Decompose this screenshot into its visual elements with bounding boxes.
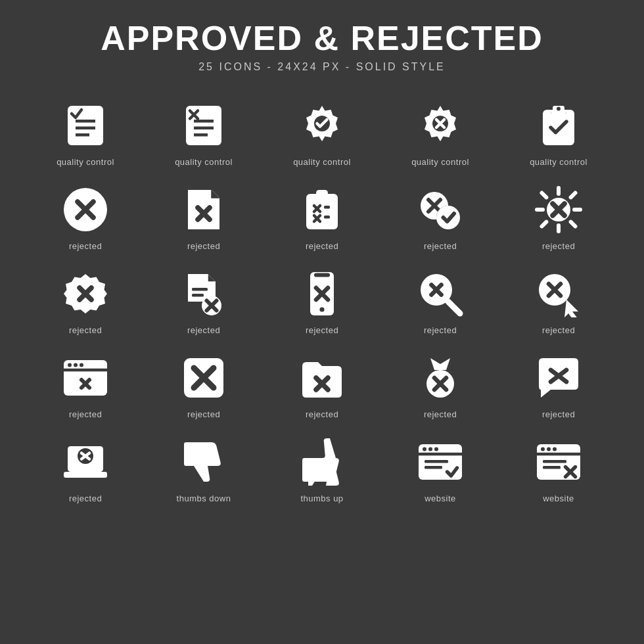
icon-item-rejected-2: rejected xyxy=(145,177,263,254)
icon-label: rejected xyxy=(424,241,457,251)
icon-item-quality-control-2: quality control xyxy=(145,93,263,170)
icon-label: rejected xyxy=(187,325,220,335)
icon-label: quality control xyxy=(57,157,114,167)
svg-point-57 xyxy=(319,308,324,312)
rejected-burst-x-icon xyxy=(532,183,585,236)
icon-label: rejected xyxy=(542,409,575,419)
rejected-search-x-icon xyxy=(414,267,467,320)
rejected-folder-x-icon xyxy=(296,352,348,404)
svg-rect-1 xyxy=(76,120,95,123)
svg-rect-7 xyxy=(194,133,208,137)
icon-item-website-x: website xyxy=(499,429,618,507)
svg-rect-3 xyxy=(76,133,89,137)
svg-rect-51 xyxy=(192,294,204,297)
svg-point-18 xyxy=(557,107,561,111)
rejected-chat-x-icon xyxy=(532,352,585,404)
icon-item-rejected-8: rejected xyxy=(263,261,381,338)
svg-line-43 xyxy=(571,193,576,198)
svg-point-104 xyxy=(547,448,551,451)
quality-control-gear-x-icon xyxy=(414,99,467,152)
svg-rect-28 xyxy=(324,206,330,209)
icon-item-quality-control-4: quality control xyxy=(381,93,499,170)
rejected-badge-x-icon xyxy=(59,267,112,320)
page-subtitle: 25 ICONS - 24X24 PX - SOLID STYLE xyxy=(101,61,543,73)
rejected-document-x-icon xyxy=(177,183,230,236)
rejected-phone-x-icon xyxy=(296,267,348,320)
svg-point-103 xyxy=(541,448,545,451)
icon-label: quality control xyxy=(293,157,351,167)
icon-label: rejected xyxy=(542,241,575,251)
svg-rect-6 xyxy=(194,127,214,130)
quality-control-clipboard-check-icon xyxy=(532,99,585,152)
svg-point-70 xyxy=(68,363,72,367)
icon-item-rejected-4: rejected xyxy=(381,177,499,254)
icon-label: rejected xyxy=(69,241,102,251)
icon-item-quality-control-3: quality control xyxy=(263,93,381,170)
svg-rect-99 xyxy=(425,466,442,469)
icon-label: rejected xyxy=(69,494,102,503)
icon-grid: quality control quality control quality … xyxy=(26,93,618,507)
icon-item-rejected-9: rejected xyxy=(381,261,499,338)
icon-label: rejected xyxy=(306,241,338,251)
icon-item-quality-control-1: quality control xyxy=(26,93,145,170)
svg-line-44 xyxy=(542,222,547,227)
rejected-circle-x-icon xyxy=(59,183,112,236)
website-x-icon xyxy=(532,436,585,488)
page-title: APPROVED & REJECTED xyxy=(101,20,543,57)
icon-item-rejected-16: rejected xyxy=(26,429,145,507)
icon-item-thumbs-up: thumbs up xyxy=(263,429,381,507)
svg-rect-25 xyxy=(316,190,328,196)
icon-item-rejected-13: rejected xyxy=(263,345,381,423)
quality-control-x-list-icon xyxy=(177,99,230,152)
rejected-medal-x-icon xyxy=(414,352,467,404)
icon-label: rejected xyxy=(306,409,338,419)
svg-rect-50 xyxy=(192,288,208,291)
rejected-square-x-icon xyxy=(177,352,230,404)
rejected-circles-icon xyxy=(414,183,467,236)
svg-line-42 xyxy=(571,222,576,227)
svg-point-72 xyxy=(80,363,83,367)
svg-rect-0 xyxy=(68,106,103,145)
icon-item-rejected-15: rejected xyxy=(499,345,618,423)
svg-point-95 xyxy=(423,448,426,451)
icon-label: quality control xyxy=(530,157,587,167)
rejected-doc-x-circle-icon xyxy=(177,267,230,320)
icon-item-rejected-12: rejected xyxy=(145,345,263,423)
icon-item-rejected-7: rejected xyxy=(145,261,263,338)
icon-label: rejected xyxy=(69,409,102,419)
page-header: APPROVED & REJECTED 25 ICONS - 24X24 PX … xyxy=(101,0,543,86)
svg-point-96 xyxy=(428,448,432,451)
icon-label: rejected xyxy=(306,325,338,335)
thumbs-up-icon xyxy=(296,436,348,488)
svg-line-63 xyxy=(448,302,460,313)
svg-rect-5 xyxy=(194,120,214,123)
icon-label: thumbs down xyxy=(177,494,231,503)
icon-label: rejected xyxy=(424,409,457,419)
svg-rect-2 xyxy=(76,127,95,130)
icon-label: rejected xyxy=(542,325,575,335)
icon-label: quality control xyxy=(175,157,233,167)
icon-item-thumbs-down: thumbs down xyxy=(145,429,263,507)
icon-label: quality control xyxy=(411,157,469,167)
svg-rect-24 xyxy=(306,194,338,229)
icon-label: thumbs up xyxy=(300,494,343,503)
icon-label: rejected xyxy=(69,325,102,335)
svg-rect-92 xyxy=(302,458,310,482)
rejected-laptop-x-icon xyxy=(59,436,112,488)
icon-item-website-check: website xyxy=(381,429,499,507)
svg-rect-91 xyxy=(184,442,192,466)
icon-item-rejected-10: rejected xyxy=(499,261,618,338)
rejected-browser-x-icon xyxy=(59,352,112,404)
website-check-icon xyxy=(414,436,467,488)
icon-item-rejected-3: rejected xyxy=(263,177,381,254)
quality-control-gear-check-icon xyxy=(296,99,348,152)
svg-point-105 xyxy=(553,448,557,451)
icon-item-rejected-6: rejected xyxy=(26,261,145,338)
icon-item-rejected-11: rejected xyxy=(26,345,145,423)
rejected-cursor-x-icon xyxy=(532,267,585,320)
icon-item-rejected-1: rejected xyxy=(26,177,145,254)
thumbs-down-icon xyxy=(177,436,230,488)
svg-rect-106 xyxy=(543,460,566,463)
icon-label: rejected xyxy=(424,325,457,335)
svg-rect-87 xyxy=(64,472,107,478)
